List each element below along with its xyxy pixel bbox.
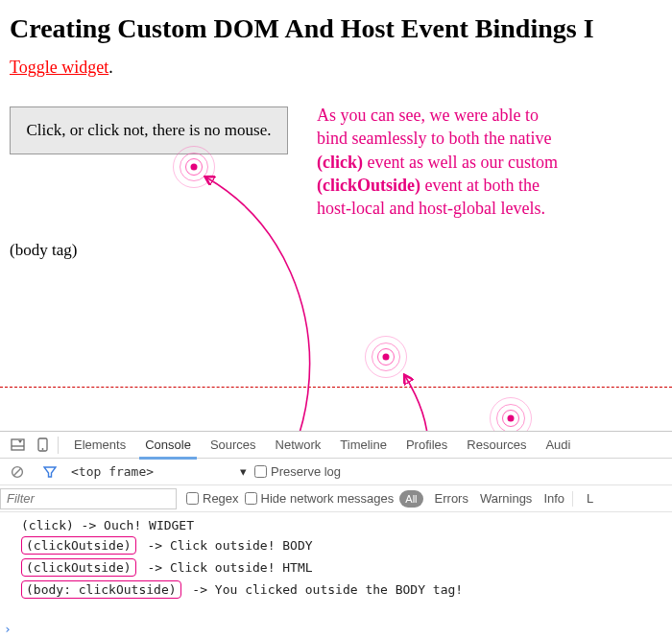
toggle-row: Toggle widget. [10, 58, 662, 78]
tab-resources[interactable]: Resources [457, 432, 536, 459]
level-all-pill[interactable]: All [399, 490, 422, 508]
dock-icon[interactable] [6, 434, 29, 457]
period: . [108, 58, 113, 77]
devtools-tab-bar: Elements Console Sources Network Timelin… [0, 432, 672, 459]
filter-icon[interactable] [38, 461, 61, 484]
frame-selector[interactable]: <top frame> ▾ [71, 464, 247, 479]
svg-line-5 [13, 468, 20, 475]
console-line: (body: clickOutside) -> You clicked outs… [0, 579, 672, 601]
regex-input[interactable] [186, 492, 199, 505]
svg-rect-0 [12, 439, 24, 450]
highlighted-event: (clickOutside) [21, 536, 136, 555]
toggle-widget-link[interactable]: Toggle widget [10, 58, 108, 77]
device-icon[interactable] [31, 434, 54, 457]
svg-point-3 [41, 448, 43, 450]
body-tag-label: (body tag) [10, 241, 662, 260]
level-logs[interactable]: L [587, 491, 593, 506]
hide-network-input[interactable] [245, 492, 257, 505]
panel-divider [0, 387, 672, 388]
filter-input[interactable] [0, 488, 177, 509]
console-toolbar: <top frame> ▾ Preserve log [0, 459, 672, 485]
preserve-log-checkbox[interactable]: Preserve log [254, 464, 341, 479]
console-filter-toolbar: Regex Hide network messages All Errors W… [0, 485, 672, 512]
annotation-text: As you can see, we were able to bind sea… [317, 104, 662, 220]
console-line: (click) -> Ouch! WIDGET [0, 516, 672, 534]
tab-timeline[interactable]: Timeline [330, 432, 396, 459]
console-prompt-icon[interactable]: › [4, 622, 12, 636]
regex-checkbox[interactable]: Regex [186, 491, 239, 506]
tab-elements[interactable]: Elements [64, 432, 135, 459]
tab-audits[interactable]: Audi [536, 432, 580, 459]
preserve-log-input[interactable] [254, 465, 267, 478]
page-title: Creating Custom DOM And Host Event Bindi… [10, 13, 662, 44]
clear-console-icon[interactable] [6, 461, 29, 484]
tab-console[interactable]: Console [135, 432, 201, 459]
level-errors[interactable]: Errors [435, 491, 468, 506]
console-output: (click) -> Ouch! WIDGET (clickOutside) -… [0, 512, 672, 601]
click-ripple-icon [365, 336, 407, 378]
console-line: (clickOutside) -> Click outside! HTML [0, 556, 672, 579]
tab-sources[interactable]: Sources [201, 432, 266, 459]
widget-label: Click, or click not, there is no mouse. [27, 121, 272, 140]
widget-button[interactable]: Click, or click not, there is no mouse. [10, 106, 288, 154]
hide-network-checkbox[interactable]: Hide network messages [245, 491, 395, 506]
tab-network[interactable]: Network [266, 432, 331, 459]
console-line: (clickOutside) -> Click outside! BODY [0, 534, 672, 556]
chevron-down-icon: ▾ [240, 464, 247, 479]
highlighted-event: (clickOutside) [21, 558, 136, 577]
tab-profiles[interactable]: Profiles [396, 432, 457, 459]
devtools-panel: Elements Console Sources Network Timelin… [0, 431, 672, 638]
highlighted-event: (body: clickOutside) [21, 580, 181, 599]
level-info[interactable]: Info [543, 491, 564, 506]
level-warnings[interactable]: Warnings [480, 491, 532, 506]
